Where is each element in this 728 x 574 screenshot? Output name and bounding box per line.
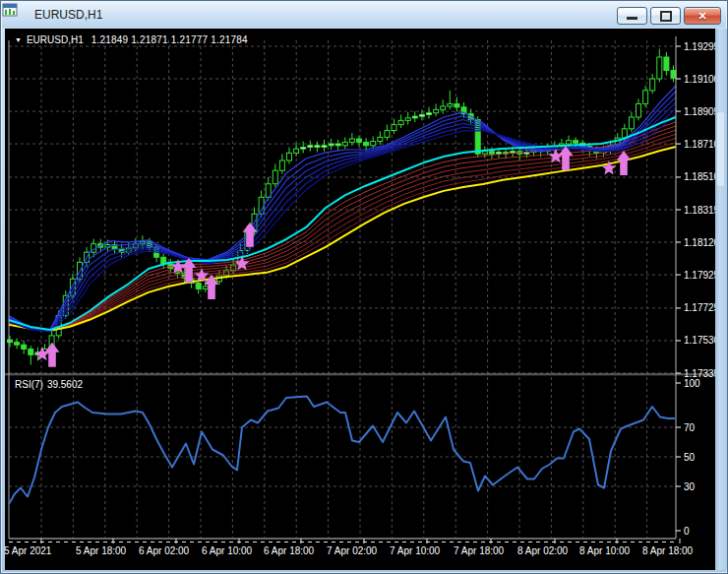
chart-client-area[interactable]: 1.192951.191001.189051.187101.185101.183… (5, 29, 717, 570)
svg-text:5 Apr 18:00: 5 Apr 18:00 (76, 545, 127, 556)
window-title: EURUSD,H1 (34, 8, 102, 22)
price-axis: 1.192951.191001.189051.187101.185101.183… (676, 41, 717, 379)
svg-text:1.19100: 1.19100 (684, 74, 717, 85)
window-right-frame (715, 29, 727, 570)
svg-text:1.18510: 1.18510 (684, 171, 717, 182)
svg-text:100: 100 (684, 378, 700, 389)
svg-text:1.18710: 1.18710 (684, 139, 717, 150)
buy-arrow-marker (45, 343, 60, 367)
svg-text:1.18120: 1.18120 (684, 237, 717, 248)
svg-text:70: 70 (684, 422, 696, 433)
restore-button[interactable] (650, 7, 681, 25)
svg-text:8 Apr 10:00: 8 Apr 10:00 (579, 545, 631, 556)
window-controls: ✕ (614, 7, 721, 25)
svg-text:6 Apr 18:00: 6 Apr 18:00 (264, 545, 315, 556)
svg-text:30: 30 (684, 481, 696, 492)
svg-text:1.18315: 1.18315 (684, 205, 717, 216)
chart-symbol-label: EURUSD,H1 (27, 34, 84, 45)
svg-text:1.19295: 1.19295 (684, 41, 717, 52)
svg-text:6 Apr 10:00: 6 Apr 10:00 (202, 545, 253, 556)
restore-icon (660, 11, 672, 22)
svg-text:8 Apr 02:00: 8 Apr 02:00 (517, 545, 569, 556)
candles-group (8, 49, 677, 365)
ma-ribbon (9, 86, 676, 332)
minimize-icon (627, 17, 637, 20)
buy-signal-markers (34, 146, 631, 367)
time-axis: 5 Apr 20215 Apr 18:006 Apr 02:006 Apr 10… (5, 539, 694, 556)
rsi-indicator-label: RSI(7)39.5602 (15, 379, 87, 390)
grid (9, 40, 676, 538)
svg-text:0: 0 (684, 526, 690, 537)
svg-text:1.17725: 1.17725 (684, 302, 717, 313)
mt4-window: EURUSD,H1 ✕ 1.192951.191001.189051.18710… (0, 0, 728, 574)
svg-text:5 Apr 2021: 5 Apr 2021 (5, 545, 52, 556)
buy-arrow-marker (617, 151, 632, 175)
svg-text:6 Apr 02:00: 6 Apr 02:00 (139, 545, 190, 556)
symbol-dropdown-icon[interactable]: ▼ (15, 36, 22, 43)
close-button[interactable]: ✕ (684, 7, 721, 25)
rsi-value: 39.5602 (47, 379, 83, 390)
svg-text:1.17530: 1.17530 (684, 335, 717, 346)
svg-text:7 Apr 02:00: 7 Apr 02:00 (327, 545, 378, 556)
chart-ohlc-values: 1.21849 1.21871 1.21777 1.21784 (91, 34, 248, 45)
chart-window-icon (10, 7, 28, 23)
minimize-button[interactable] (617, 7, 647, 25)
svg-text:50: 50 (684, 452, 696, 463)
price-chart-canvas[interactable]: 1.192951.191001.189051.187101.185101.183… (5, 29, 717, 570)
close-icon: ✕ (698, 11, 706, 22)
svg-text:7 Apr 18:00: 7 Apr 18:00 (454, 545, 505, 556)
chart-header: ▼EURUSD,H11.21849 1.21871 1.21777 1.2178… (15, 34, 248, 45)
frame-highlight (717, 112, 724, 186)
title-bar[interactable]: EURUSD,H1 ✕ (2, 2, 726, 28)
rsi-line (9, 397, 675, 505)
panel-frames (5, 36, 717, 542)
svg-text:8 Apr 18:00: 8 Apr 18:00 (642, 545, 694, 556)
svg-text:1.18905: 1.18905 (684, 106, 717, 117)
svg-text:7 Apr 10:00: 7 Apr 10:00 (390, 545, 441, 556)
rsi-name: RSI(7) (15, 379, 43, 390)
rsi-axis: 1007050300 (676, 378, 700, 537)
svg-text:1.17925: 1.17925 (684, 270, 717, 281)
